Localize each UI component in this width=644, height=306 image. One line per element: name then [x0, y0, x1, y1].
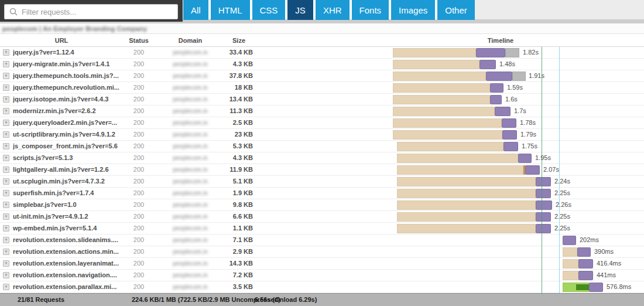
request-row[interactable]: +revolution.extension.parallax.mi...200p… [0, 281, 644, 293]
size-cell: 23 KB [193, 129, 253, 140]
column-header-timeline[interactable]: Timeline [471, 34, 530, 47]
filter-button-all[interactable]: All [183, 0, 208, 20]
status-cell: 200 [121, 234, 156, 246]
expand-icon[interactable]: + [3, 190, 9, 196]
expand-icon[interactable]: + [3, 155, 9, 161]
expand-icon[interactable]: + [3, 120, 9, 126]
filter-button-other[interactable]: Other [437, 0, 475, 20]
table-header-row: URL Status Domain Size Timeline [0, 34, 644, 47]
expand-icon[interactable]: + [3, 237, 9, 243]
request-row[interactable]: +ut-init.min.js?ver=4.9.1.2200peoplecom.… [0, 211, 644, 223]
request-row[interactable]: +simplebar.js?ver=1.0200peoplecom.in9.8 … [0, 199, 644, 211]
request-row[interactable]: +jquery.themepunch.revolution.mi...200pe… [0, 82, 644, 94]
expand-icon[interactable]: + [3, 108, 9, 114]
expand-icon[interactable]: + [3, 73, 9, 79]
expand-icon[interactable]: + [3, 249, 9, 255]
expand-icon[interactable]: + [3, 84, 9, 91]
url-cell: ut-scriptlibrary.min.js?ver=4.9.1.2 [13, 129, 128, 140]
timeline-bar-wait [393, 60, 479, 69]
url-cell: lightgallery-all.min.js?ver=1.2.6 [13, 164, 128, 175]
timeline-bar-block [512, 72, 526, 81]
request-row[interactable]: +js_composer_front.min.js?ver=5.6200peop… [0, 141, 644, 152]
filter-button-html[interactable]: HTML [211, 0, 250, 20]
timeline-bar-wait [397, 154, 518, 163]
timeline-bar-wait [393, 95, 490, 104]
url-cell: jquery.js?ver=1.12.4 [13, 47, 128, 58]
request-row[interactable]: +lightgallery-all.min.js?ver=1.2.6200peo… [0, 164, 644, 176]
expand-icon[interactable]: + [3, 143, 9, 149]
expand-icon[interactable]: + [3, 202, 9, 208]
expand-icon[interactable]: + [3, 225, 9, 232]
request-row[interactable]: +jquery.queryloader2.min.js?ver=...200pe… [0, 117, 644, 129]
timeline-duration-label: 390ms [594, 246, 614, 257]
expand-icon[interactable]: + [3, 213, 9, 220]
status-cell: 200 [121, 152, 156, 164]
size-cell: 11.9 KB [193, 164, 253, 175]
url-cell: revolution.extension.navigation.... [13, 270, 128, 281]
request-row[interactable]: +jquery.js?ver=1.12.4200peoplecom.in33.4… [0, 47, 644, 59]
column-header-status[interactable]: Status [121, 34, 156, 47]
filter-button-xhr[interactable]: XHR [316, 0, 350, 20]
timeline-duration-label: 1.59s [507, 82, 523, 93]
timeline-bar-wait [563, 247, 577, 257]
request-row[interactable]: +ut-scriptlibrary.min.js?ver=4.9.1.2200p… [0, 129, 644, 141]
request-row[interactable]: +jquery.isotope.min.js?ver=4.4.3200peopl… [0, 94, 644, 106]
timeline-duration-label: 2.25s [554, 188, 570, 199]
summary-bar: 21/81 Requests 224.6 KB/1 MB (722.5 KB/2… [0, 293, 644, 306]
request-row[interactable]: +ut.scplugin.min.js?ver=4.7.3.2200people… [0, 176, 644, 188]
expand-icon[interactable]: + [3, 284, 9, 290]
filter-button-fonts[interactable]: Fonts [352, 0, 389, 20]
expand-icon[interactable]: + [3, 49, 9, 56]
url-cell: js_composer_front.min.js?ver=5.6 [13, 141, 128, 152]
timeline-bar-receive [518, 154, 532, 163]
timeline-duration-label: 1.79s [520, 129, 536, 140]
request-row[interactable]: +revolution.extension.slideanims....200p… [0, 234, 644, 246]
column-header-size[interactable]: Size [221, 34, 256, 47]
timeline-bar-wait [393, 72, 486, 81]
timeline-duration-label: 576.8ms [607, 281, 631, 293]
timeline-bar-receive [479, 60, 496, 69]
timeline-bar-receive [490, 95, 502, 104]
expand-icon[interactable]: + [3, 178, 9, 185]
column-header-domain[interactable]: Domain [173, 34, 208, 47]
filter-button-css[interactable]: CSS [252, 0, 286, 20]
timeline-bar-wait [397, 189, 536, 198]
filter-requests-input[interactable] [22, 8, 173, 16]
expand-icon[interactable]: + [3, 61, 9, 67]
timeline-bar-receive [589, 283, 603, 292]
request-row[interactable]: +jquery.themepunch.tools.min.js?...200pe… [0, 70, 644, 82]
request-row[interactable]: +revolution.extension.layeranimat...200p… [0, 258, 644, 270]
filter-button-js[interactable]: JS [287, 0, 313, 20]
request-row[interactable]: +jquery-migrate.min.js?ver=1.4.1200peopl… [0, 59, 644, 70]
expand-icon[interactable]: + [3, 260, 9, 267]
status-cell: 200 [121, 258, 156, 269]
request-row[interactable]: +scripts.js?ver=5.1.3200peoplecom.in4.3 … [0, 152, 644, 164]
status-cell: 200 [121, 82, 156, 93]
status-cell: 200 [121, 59, 156, 70]
request-row[interactable]: +wp-embed.min.js?ver=5.1.4200peoplecom.i… [0, 223, 644, 234]
timeline-duration-label: 202ms [580, 234, 599, 246]
timeline-duration-label: 1.48s [499, 59, 515, 70]
request-row[interactable]: +superfish.min.js?ver=1.7.4200peoplecom.… [0, 188, 644, 199]
url-cell: ut-init.min.js?ver=4.9.1.2 [13, 211, 128, 222]
timeline-duration-label: 441ms [597, 270, 616, 281]
request-row[interactable]: +revolution.extension.actions.min...200p… [0, 246, 644, 258]
onload-marker [559, 47, 560, 293]
expand-icon[interactable]: + [3, 272, 9, 278]
status-cell: 200 [121, 106, 156, 117]
page-title-row: peoplecom | An Employer Branding Company [0, 23, 644, 34]
expand-icon[interactable]: + [3, 131, 9, 138]
column-header-url[interactable]: URL [0, 34, 123, 47]
timeline-bar-wait [393, 130, 502, 140]
expand-icon[interactable]: + [3, 96, 9, 103]
timeline-bar-receive [502, 130, 517, 140]
toolbar: AllHTMLCSSJSXHRFontsImagesOther [0, 0, 644, 23]
expand-icon[interactable]: + [3, 166, 9, 173]
timeline-bar-receive [536, 200, 552, 210]
status-cell: 200 [121, 94, 156, 105]
url-cell: scripts.js?ver=5.1.3 [13, 152, 128, 164]
request-row[interactable]: +revolution.extension.navigation....200p… [0, 270, 644, 281]
request-row[interactable]: +modernizr.min.js?ver=2.6.2200peoplecom.… [0, 106, 644, 117]
filter-button-group: AllHTMLCSSJSXHRFontsImagesOther [183, 0, 475, 20]
filter-button-images[interactable]: Images [391, 0, 435, 20]
